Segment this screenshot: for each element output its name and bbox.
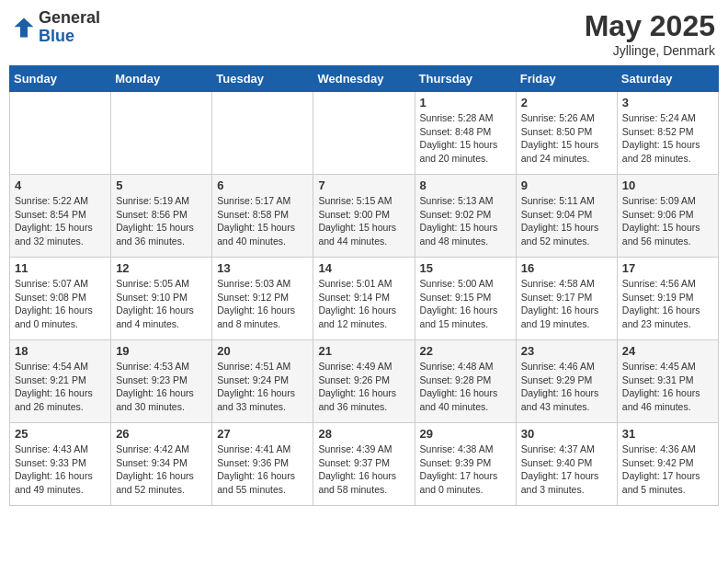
calendar-body: 1Sunrise: 5:28 AM Sunset: 8:48 PM Daylig… xyxy=(10,92,719,506)
day-info: Sunrise: 5:13 AM Sunset: 9:02 PM Dayligh… xyxy=(420,194,511,248)
day-info: Sunrise: 5:17 AM Sunset: 8:58 PM Dayligh… xyxy=(217,194,308,248)
day-info: Sunrise: 5:26 AM Sunset: 8:50 PM Dayligh… xyxy=(521,111,612,166)
calendar-cell: 13Sunrise: 5:03 AM Sunset: 9:12 PM Dayli… xyxy=(212,258,313,340)
day-info: Sunrise: 4:38 AM Sunset: 9:39 PM Dayligh… xyxy=(420,442,511,497)
calendar-cell: 21Sunrise: 4:49 AM Sunset: 9:26 PM Dayli… xyxy=(313,340,415,423)
calendar-cell: 16Sunrise: 4:58 AM Sunset: 9:17 PM Dayli… xyxy=(516,258,617,340)
day-info: Sunrise: 4:54 AM Sunset: 9:21 PM Dayligh… xyxy=(15,360,106,414)
day-number: 15 xyxy=(420,261,511,275)
day-number: 17 xyxy=(622,261,713,275)
weekday-header-saturday: Saturday xyxy=(617,66,718,92)
day-number: 6 xyxy=(217,178,308,192)
day-info: Sunrise: 5:15 AM Sunset: 9:00 PM Dayligh… xyxy=(318,194,409,248)
day-info: Sunrise: 5:11 AM Sunset: 9:04 PM Dayligh… xyxy=(521,194,612,248)
calendar-cell: 30Sunrise: 4:37 AM Sunset: 9:40 PM Dayli… xyxy=(516,423,617,506)
calendar-week-row: 11Sunrise: 5:07 AM Sunset: 9:08 PM Dayli… xyxy=(10,258,719,340)
calendar-cell xyxy=(313,92,415,175)
day-number: 26 xyxy=(116,427,207,441)
month-title: May 2025 xyxy=(585,9,715,43)
day-number: 14 xyxy=(318,261,409,275)
day-number: 7 xyxy=(318,178,409,192)
calendar-cell: 4Sunrise: 5:22 AM Sunset: 8:54 PM Daylig… xyxy=(10,175,111,258)
day-info: Sunrise: 5:19 AM Sunset: 8:56 PM Dayligh… xyxy=(116,194,207,248)
day-number: 28 xyxy=(318,427,409,441)
day-number: 29 xyxy=(420,427,511,441)
calendar-cell xyxy=(10,92,111,175)
day-info: Sunrise: 4:56 AM Sunset: 9:19 PM Dayligh… xyxy=(622,277,713,331)
day-info: Sunrise: 4:53 AM Sunset: 9:23 PM Dayligh… xyxy=(116,360,207,414)
calendar-cell: 15Sunrise: 5:00 AM Sunset: 9:15 PM Dayli… xyxy=(415,258,516,340)
day-info: Sunrise: 5:09 AM Sunset: 9:06 PM Dayligh… xyxy=(622,194,713,248)
calendar-cell: 1Sunrise: 5:28 AM Sunset: 8:48 PM Daylig… xyxy=(415,92,516,175)
calendar-cell: 9Sunrise: 5:11 AM Sunset: 9:04 PM Daylig… xyxy=(516,175,617,258)
calendar-week-row: 1Sunrise: 5:28 AM Sunset: 8:48 PM Daylig… xyxy=(10,92,719,175)
day-number: 13 xyxy=(217,261,308,275)
calendar-cell: 18Sunrise: 4:54 AM Sunset: 9:21 PM Dayli… xyxy=(10,340,111,423)
day-number: 23 xyxy=(521,344,612,358)
calendar-cell: 5Sunrise: 5:19 AM Sunset: 8:56 PM Daylig… xyxy=(111,175,212,258)
day-info: Sunrise: 5:01 AM Sunset: 9:14 PM Dayligh… xyxy=(318,277,409,331)
calendar-cell: 24Sunrise: 4:45 AM Sunset: 9:31 PM Dayli… xyxy=(617,340,718,423)
logo: General Blue xyxy=(13,9,100,46)
calendar-cell xyxy=(111,92,212,175)
calendar-cell: 6Sunrise: 5:17 AM Sunset: 8:58 PM Daylig… xyxy=(212,175,313,258)
day-number: 2 xyxy=(521,96,612,109)
calendar-week-row: 4Sunrise: 5:22 AM Sunset: 8:54 PM Daylig… xyxy=(10,175,719,258)
page-header: General Blue May 2025 Jyllinge, Denmark xyxy=(9,9,719,58)
day-number: 10 xyxy=(622,178,713,192)
calendar-cell: 29Sunrise: 4:38 AM Sunset: 9:39 PM Dayli… xyxy=(415,423,516,506)
day-info: Sunrise: 5:22 AM Sunset: 8:54 PM Dayligh… xyxy=(15,194,106,248)
calendar-table: SundayMondayTuesdayWednesdayThursdayFrid… xyxy=(9,65,719,506)
day-info: Sunrise: 4:37 AM Sunset: 9:40 PM Dayligh… xyxy=(521,442,612,497)
calendar-cell: 28Sunrise: 4:39 AM Sunset: 9:37 PM Dayli… xyxy=(313,423,415,506)
calendar-cell: 19Sunrise: 4:53 AM Sunset: 9:23 PM Dayli… xyxy=(111,340,212,423)
weekday-header-monday: Monday xyxy=(111,66,212,92)
calendar-cell: 27Sunrise: 4:41 AM Sunset: 9:36 PM Dayli… xyxy=(212,423,313,506)
calendar-cell: 7Sunrise: 5:15 AM Sunset: 9:00 PM Daylig… xyxy=(313,175,415,258)
day-number: 3 xyxy=(622,96,713,109)
svg-marker-0 xyxy=(15,17,34,37)
calendar-cell: 17Sunrise: 4:56 AM Sunset: 9:19 PM Dayli… xyxy=(617,258,718,340)
day-info: Sunrise: 5:07 AM Sunset: 9:08 PM Dayligh… xyxy=(15,277,106,331)
location: Jyllinge, Denmark xyxy=(585,43,715,58)
weekday-header-wednesday: Wednesday xyxy=(313,66,415,92)
day-number: 21 xyxy=(318,344,409,358)
day-number: 11 xyxy=(15,261,106,275)
day-number: 4 xyxy=(15,178,106,192)
calendar-cell: 23Sunrise: 4:46 AM Sunset: 9:29 PM Dayli… xyxy=(516,340,617,423)
calendar-cell: 10Sunrise: 5:09 AM Sunset: 9:06 PM Dayli… xyxy=(617,175,718,258)
logo-general-text: General xyxy=(39,9,100,28)
day-number: 31 xyxy=(622,427,713,441)
calendar-week-row: 25Sunrise: 4:43 AM Sunset: 9:33 PM Dayli… xyxy=(10,423,719,506)
day-number: 20 xyxy=(217,344,308,358)
day-info: Sunrise: 4:46 AM Sunset: 9:29 PM Dayligh… xyxy=(521,360,612,414)
day-number: 18 xyxy=(15,344,106,358)
calendar-cell: 25Sunrise: 4:43 AM Sunset: 9:33 PM Dayli… xyxy=(10,423,111,506)
day-info: Sunrise: 4:58 AM Sunset: 9:17 PM Dayligh… xyxy=(521,277,612,331)
day-info: Sunrise: 4:49 AM Sunset: 9:26 PM Dayligh… xyxy=(318,360,409,414)
calendar-cell: 22Sunrise: 4:48 AM Sunset: 9:28 PM Dayli… xyxy=(415,340,516,423)
calendar-header: SundayMondayTuesdayWednesdayThursdayFrid… xyxy=(10,66,719,92)
calendar-cell: 3Sunrise: 5:24 AM Sunset: 8:52 PM Daylig… xyxy=(617,92,718,175)
day-number: 25 xyxy=(15,427,106,441)
calendar-cell: 8Sunrise: 5:13 AM Sunset: 9:02 PM Daylig… xyxy=(415,175,516,258)
day-info: Sunrise: 5:00 AM Sunset: 9:15 PM Dayligh… xyxy=(420,277,511,331)
calendar-cell: 11Sunrise: 5:07 AM Sunset: 9:08 PM Dayli… xyxy=(10,258,111,340)
day-info: Sunrise: 4:51 AM Sunset: 9:24 PM Dayligh… xyxy=(217,360,308,414)
logo-blue-text: Blue xyxy=(39,28,100,46)
day-info: Sunrise: 5:24 AM Sunset: 8:52 PM Dayligh… xyxy=(622,111,713,166)
calendar-cell: 12Sunrise: 5:05 AM Sunset: 9:10 PM Dayli… xyxy=(111,258,212,340)
weekday-header-friday: Friday xyxy=(516,66,617,92)
day-number: 27 xyxy=(217,427,308,441)
calendar-cell: 20Sunrise: 4:51 AM Sunset: 9:24 PM Dayli… xyxy=(212,340,313,423)
day-info: Sunrise: 4:48 AM Sunset: 9:28 PM Dayligh… xyxy=(420,360,511,414)
day-number: 5 xyxy=(116,178,207,192)
calendar-cell: 26Sunrise: 4:42 AM Sunset: 9:34 PM Dayli… xyxy=(111,423,212,506)
day-info: Sunrise: 4:43 AM Sunset: 9:33 PM Dayligh… xyxy=(15,442,106,497)
day-info: Sunrise: 5:28 AM Sunset: 8:48 PM Dayligh… xyxy=(420,111,511,166)
day-info: Sunrise: 4:41 AM Sunset: 9:36 PM Dayligh… xyxy=(217,442,308,497)
calendar-cell: 14Sunrise: 5:01 AM Sunset: 9:14 PM Dayli… xyxy=(313,258,415,340)
calendar-week-row: 18Sunrise: 4:54 AM Sunset: 9:21 PM Dayli… xyxy=(10,340,719,423)
weekday-header-thursday: Thursday xyxy=(415,66,516,92)
day-number: 8 xyxy=(420,178,511,192)
